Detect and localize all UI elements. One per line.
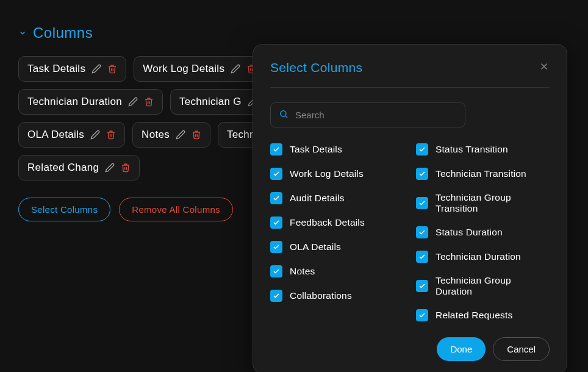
- list-item: Feedback Details: [270, 216, 404, 229]
- checkbox-label: Audit Details: [290, 193, 345, 204]
- checkbox[interactable]: [270, 290, 282, 302]
- chip-label: Technician Duration: [27, 96, 122, 108]
- chip-label: Work Log Details: [143, 63, 224, 75]
- trash-icon[interactable]: [107, 64, 117, 74]
- modal-footer: Done Cancel: [270, 337, 550, 361]
- remove-all-columns-button[interactable]: Remove All Columns: [119, 198, 233, 221]
- column-chip: Task Details: [18, 56, 126, 82]
- checkbox[interactable]: [270, 192, 282, 204]
- search-wrapper: [270, 102, 465, 127]
- list-item: Related Requests: [416, 309, 550, 321]
- section-header: Columns: [18, 24, 570, 41]
- pencil-icon[interactable]: [128, 97, 138, 107]
- checkbox[interactable]: [416, 309, 428, 321]
- checkbox[interactable]: [416, 251, 428, 263]
- checkbox-label: Status Transition: [436, 144, 508, 155]
- select-columns-button[interactable]: Select Columns: [18, 198, 110, 221]
- column-list-left: Task DetailsWork Log DetailsAudit Detail…: [270, 143, 404, 321]
- list-item: Technician Transition: [416, 168, 550, 180]
- checkbox[interactable]: [416, 168, 428, 180]
- checkbox-label: Technician Duration: [436, 251, 521, 262]
- checkbox-label: OLA Details: [290, 241, 341, 252]
- checkbox-label: Work Log Details: [290, 168, 364, 179]
- trash-icon[interactable]: [106, 130, 116, 140]
- checkbox-label: Status Duration: [436, 227, 503, 238]
- list-item: Status Transition: [416, 143, 550, 156]
- chip-label: Technician G: [179, 96, 242, 108]
- chip-label: Notes: [142, 129, 170, 141]
- column-list-right: Status TransitionTechnician TransitionTe…: [416, 143, 550, 321]
- list-item: OLA Details: [270, 241, 404, 253]
- pencil-icon[interactable]: [105, 163, 115, 173]
- checkbox[interactable]: [416, 197, 428, 209]
- chip-label: Related Chang: [27, 162, 99, 174]
- checkbox[interactable]: [270, 265, 282, 277]
- pencil-icon[interactable]: [91, 64, 101, 74]
- checkbox[interactable]: [270, 143, 282, 156]
- pencil-icon[interactable]: [231, 64, 240, 74]
- search-input[interactable]: [270, 102, 465, 127]
- list-item: Work Log Details: [270, 168, 404, 180]
- checkbox-label: Technician Transition: [436, 168, 526, 179]
- checkbox[interactable]: [270, 241, 282, 253]
- cancel-button[interactable]: Cancel: [493, 337, 550, 361]
- list-item: Notes: [270, 265, 404, 277]
- column-chip: Technician Duration: [18, 89, 163, 115]
- checkbox-label: Notes: [290, 266, 315, 277]
- checkbox-label: Related Requests: [436, 310, 512, 321]
- list-item: Collaborations: [270, 290, 404, 302]
- checkbox-label: Task Details: [290, 144, 342, 155]
- section-title: Columns: [33, 24, 93, 41]
- list-item: Status Duration: [416, 226, 550, 238]
- list-item: Technician Group Duration: [416, 275, 550, 297]
- checkbox[interactable]: [270, 168, 282, 180]
- checkbox-label: Collaborations: [290, 290, 352, 301]
- svg-line-3: [285, 116, 287, 118]
- trash-icon[interactable]: [121, 163, 131, 173]
- checkbox[interactable]: [270, 216, 282, 229]
- column-chip: Notes: [132, 122, 210, 148]
- checkbox[interactable]: [416, 280, 428, 292]
- modal-title: Select Columns: [270, 60, 362, 75]
- svg-point-2: [281, 110, 286, 116]
- columns-grid: Task DetailsWork Log DetailsAudit Detail…: [270, 143, 550, 321]
- done-button[interactable]: Done: [437, 337, 486, 361]
- trash-icon[interactable]: [144, 97, 154, 107]
- column-chip: Work Log Details: [134, 56, 265, 82]
- list-item: Task Details: [270, 143, 404, 156]
- checkbox-label: Technician Group Duration: [436, 275, 550, 297]
- pencil-icon[interactable]: [176, 130, 185, 140]
- chip-label: Task Details: [27, 63, 85, 75]
- column-chip: Related Chang: [18, 155, 140, 181]
- checkbox-label: Feedback Details: [290, 217, 365, 228]
- chip-label: OLA Details: [27, 129, 84, 141]
- select-columns-modal: Select Columns Task DetailsWork Log Deta…: [253, 44, 567, 372]
- modal-header: Select Columns: [270, 60, 550, 88]
- list-item: Technician Duration: [416, 251, 550, 263]
- trash-icon[interactable]: [192, 130, 201, 140]
- checkbox[interactable]: [416, 143, 428, 156]
- search-icon: [279, 109, 289, 121]
- close-icon[interactable]: [539, 61, 550, 74]
- list-item: Audit Details: [270, 192, 404, 204]
- pencil-icon[interactable]: [90, 130, 100, 140]
- column-chip: OLA Details: [18, 122, 125, 148]
- chevron-down-icon[interactable]: [18, 29, 27, 37]
- checkbox-label: Technician Group Transition: [436, 192, 550, 214]
- checkbox[interactable]: [416, 226, 428, 238]
- list-item: Technician Group Transition: [416, 192, 550, 214]
